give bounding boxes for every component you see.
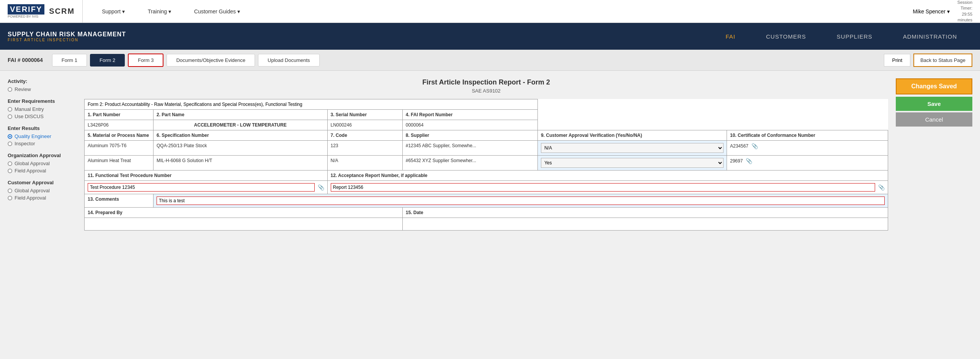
material-2-supplier: #65432 XYZ Supplier Somewher... — [402, 156, 537, 171]
date-input[interactable] — [406, 220, 885, 228]
secondary-navigation: SUPPLY CHAIN RISK MANAGEMENT FIRST ARTIC… — [0, 23, 980, 50]
sidebar-review[interactable]: Review — [8, 86, 77, 92]
material-2-cert: 29697 📎 — [727, 156, 888, 171]
sidebar-global-approval[interactable]: Global Approval — [8, 161, 77, 166]
user-menu[interactable]: Mike Spencer ▾ — [913, 8, 949, 15]
radio-inspector — [8, 141, 12, 146]
back-to-status-button[interactable]: Back to Status Page — [913, 54, 972, 67]
tab-upload[interactable]: Upload Documents — [258, 54, 320, 67]
attach-icon-11: 📎 — [318, 184, 324, 190]
session-info: SessionTimer:29:55minutes — [957, 0, 972, 23]
date-value[interactable] — [402, 218, 888, 231]
radio-use-discus — [8, 114, 12, 119]
part-name-value: ACCELEROMETER - LOW TEMPERATURE — [154, 120, 328, 130]
right-panel: Changes Saved Save Cancel — [896, 78, 972, 231]
form-area: First Article Inspection Report - Form 2… — [84, 78, 888, 231]
test-procedure-input[interactable] — [88, 183, 315, 192]
app-title: SUPPLY CHAIN RISK MANAGEMENT FIRST ARTIC… — [8, 31, 126, 42]
activity-section: Activity: Review — [8, 78, 77, 92]
enter-requirements-title: Enter Requirements — [8, 98, 77, 104]
top-navigation: VERIFY POWERED BY IVIS SCRM Support ▾ Tr… — [0, 0, 980, 23]
radio-manual-entry — [8, 107, 12, 112]
nav-customers[interactable]: CUSTOMERS — [751, 23, 822, 50]
prepared-by-value[interactable] — [85, 218, 403, 231]
row1-data: L3426P06 ACCELEROMETER - LOW TEMPERATURE… — [85, 120, 888, 130]
material-2-code: N/A — [327, 156, 402, 171]
col-serial-number: 3. Serial Number — [327, 110, 402, 120]
material-1-approval[interactable]: N/AYesNoN/A — [537, 141, 727, 156]
material-1-approval-select[interactable]: N/AYesNoN/A — [541, 143, 724, 153]
enter-results-section: Enter Results Quality Engineer Inspector — [8, 125, 77, 146]
material-1-code: 123 — [327, 141, 402, 156]
nav-administration[interactable]: ADMINISTRATION — [888, 23, 972, 50]
material-2-approval[interactable]: YesYesNoN/A — [537, 156, 727, 171]
attach-icon-2: 📎 — [746, 158, 752, 164]
sidebar-inspector[interactable]: Inspector — [8, 141, 77, 146]
sidebar-customer-field-approval[interactable]: Field Approval — [8, 195, 77, 201]
row12-data[interactable]: 📎 — [327, 181, 888, 194]
cert-2-value: 29697 — [730, 158, 743, 164]
radio-customer-global-approval — [8, 188, 12, 193]
col-code: 7. Code — [327, 130, 402, 141]
quality-engineer-label: Quality Engineer — [15, 133, 51, 139]
sidebar-field-approval[interactable]: Field Approval — [8, 168, 77, 174]
nav-links: Support ▾ Training ▾ Customer Guides ▾ — [90, 0, 913, 23]
tab-form3[interactable]: Form 3 — [128, 54, 163, 67]
changes-saved-badge: Changes Saved — [896, 78, 972, 94]
support-link[interactable]: Support ▾ — [90, 0, 136, 23]
row13-data[interactable] — [154, 194, 888, 208]
cert-1-value: A234567 — [730, 143, 748, 149]
nav-fai[interactable]: FAI — [710, 23, 751, 50]
ivis-text: POWERED BY IVIS — [8, 15, 44, 18]
row12-header: 12. Acceptance Report Number, if applica… — [327, 171, 888, 181]
tab-form1[interactable]: Form 1 — [52, 54, 87, 67]
print-button[interactable]: Print — [884, 54, 910, 67]
col-supplier: 8. Supplier — [402, 130, 537, 141]
material-1-supplier: #12345 ABC Supplier, Somewhe... — [402, 141, 537, 156]
form-subtitle: SAE AS9102 — [84, 88, 888, 94]
sidebar-quality-engineer[interactable]: Quality Engineer — [8, 133, 77, 139]
material-row-1: Aluminum 7075-T6 QQA-250/13 Plate Stock … — [85, 141, 888, 156]
row-14-15: 14. Prepared By 15. Date — [85, 208, 888, 218]
sidebar-use-discus[interactable]: Use DISCUS — [8, 114, 77, 119]
use-discus-label: Use DISCUS — [15, 114, 44, 119]
row1-headers: 1. Part Number 2. Part Name 3. Serial Nu… — [85, 110, 888, 120]
enter-requirements-section: Enter Requirements Manual Entry Use DISC… — [8, 98, 77, 119]
customer-guides-link[interactable]: Customer Guides ▾ — [183, 0, 252, 23]
nav-right: Mike Spencer ▾ SessionTimer:29:55minutes — [913, 0, 972, 23]
verify-logo: VERIFY POWERED BY IVIS — [8, 4, 44, 18]
col-part-number: 1. Part Number — [85, 110, 154, 120]
col-customer-approval: 9. Customer Approval Verification (Yes/N… — [537, 130, 727, 141]
row15-header: 15. Date — [402, 208, 888, 218]
row11-data[interactable]: 📎 — [85, 181, 328, 194]
customer-field-approval-label: Field Approval — [15, 195, 46, 201]
app-title-sub: FIRST ARTICLE INSPECTION — [8, 38, 126, 42]
attach-icon-12: 📎 — [878, 184, 885, 190]
tab-form2[interactable]: Form 2 — [90, 54, 125, 67]
fai-report-value: 0000064 — [402, 120, 537, 130]
material-2-approval-select[interactable]: YesYesNoN/A — [541, 158, 724, 168]
material-1-spec: QQA-250/13 Plate Stock — [154, 141, 328, 156]
scrm-logo: SCRM — [49, 7, 75, 16]
section-header-cell: Form 2: Product Accountability - Raw Mat… — [85, 99, 538, 110]
col-material: 5. Material or Process Name — [85, 130, 154, 141]
form-title: First Article Inspection Report - Form 2 — [84, 78, 888, 86]
customer-global-approval-label: Global Approval — [15, 188, 50, 193]
acceptance-report-input[interactable] — [331, 183, 875, 192]
fai-label: FAI # 0000064 — [8, 57, 43, 63]
field-approval-label: Field Approval — [15, 168, 46, 174]
save-button[interactable]: Save — [896, 97, 972, 111]
tab-documents[interactable]: Documents/Objective Evidence — [167, 54, 255, 67]
prepared-by-input[interactable] — [88, 220, 399, 228]
sidebar-customer-global-approval[interactable]: Global Approval — [8, 188, 77, 193]
attach-icon-1: 📎 — [751, 143, 758, 149]
nav-suppliers[interactable]: SUPPLIERS — [822, 23, 888, 50]
row11-header: 11. Functional Test Procedure Number — [85, 171, 328, 181]
training-link[interactable]: Training ▾ — [136, 0, 183, 23]
app-title-main: SUPPLY CHAIN RISK MANAGEMENT — [8, 31, 126, 38]
radio-customer-field-approval — [8, 196, 12, 200]
cancel-button[interactable]: Cancel — [896, 112, 972, 127]
sidebar-manual-entry[interactable]: Manual Entry — [8, 106, 77, 112]
comments-input[interactable] — [157, 197, 885, 205]
manual-entry-label: Manual Entry — [15, 106, 44, 112]
